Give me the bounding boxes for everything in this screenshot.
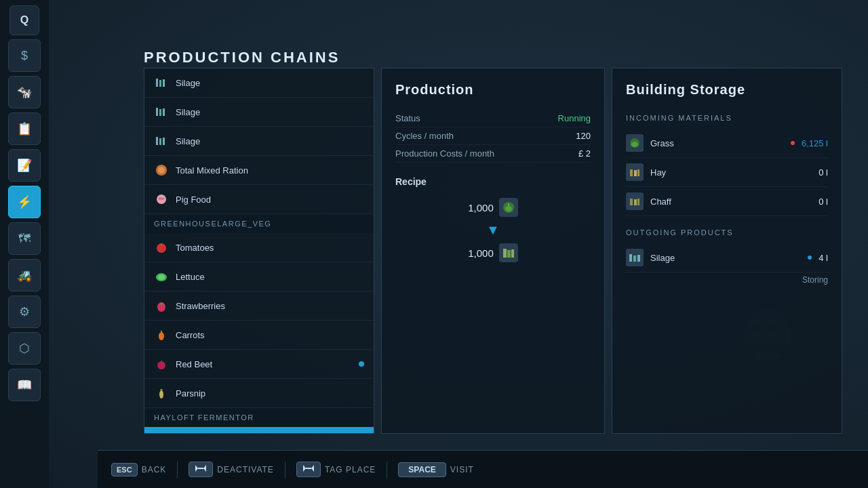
parsnip-icon bbox=[154, 386, 169, 401]
red-beet-icon bbox=[154, 357, 169, 371]
incoming-materials-label: INCOMING MATERIALS bbox=[626, 108, 828, 129]
svg-rect-33 bbox=[507, 250, 511, 258]
esc-key-cap: ESC bbox=[111, 463, 138, 476]
silage-icon-2 bbox=[154, 134, 169, 148]
sidebar-btn-q[interactable]: Q bbox=[9, 5, 39, 35]
sidebar-btn-notes[interactable]: 📝 bbox=[8, 149, 41, 182]
lettuce-icon bbox=[154, 269, 169, 284]
list-item-silage-0[interactable]: Silage bbox=[144, 68, 374, 98]
svg-marker-57 bbox=[311, 465, 314, 472]
list-item-label-pig-food: Pig Food bbox=[176, 195, 364, 205]
chaff-storage-icon bbox=[626, 192, 644, 210]
cycles-value: 120 bbox=[576, 131, 591, 141]
section-header-greenhouse: GREENHOUSELARGE_VEG bbox=[144, 214, 374, 233]
costs-value: £ 2 bbox=[578, 148, 591, 159]
arrow-lr-key-2 bbox=[296, 462, 321, 477]
main-area: PRODUCTION CHAINS Silage Silage Silage bbox=[49, 0, 868, 488]
svg-rect-6 bbox=[156, 137, 158, 145]
back-label: BACK bbox=[142, 465, 167, 474]
svg-rect-39 bbox=[637, 169, 639, 176]
production-panel: Production Status Running Cycles / month… bbox=[381, 68, 605, 434]
list-item-label-carrots: Carrots bbox=[176, 330, 364, 340]
svg-rect-55 bbox=[198, 468, 203, 469]
svg-rect-40 bbox=[630, 199, 633, 205]
sidebar-btn-animals[interactable]: 🐄 bbox=[8, 76, 41, 108]
svg-rect-58 bbox=[306, 468, 311, 469]
sidebar-btn-tasks[interactable]: 📋 bbox=[8, 113, 41, 145]
svg-rect-43 bbox=[629, 254, 632, 262]
svg-point-31 bbox=[505, 206, 512, 211]
svg-rect-42 bbox=[637, 199, 639, 205]
tag-place-label: TAG PLACE bbox=[325, 465, 376, 474]
carrots-icon bbox=[154, 327, 169, 342]
deactivate-btn[interactable]: DEACTIVATE bbox=[189, 462, 274, 477]
list-item-lettuce[interactable]: Lettuce bbox=[144, 262, 374, 291]
recipe-area: 1,000 ▼ 1,000 bbox=[395, 198, 591, 262]
status-row: Status Running bbox=[395, 110, 591, 127]
sidebar-btn-help[interactable]: 📖 bbox=[8, 369, 41, 401]
sidebar-btn-vehicles[interactable]: 🚜 bbox=[8, 259, 41, 291]
svg-rect-38 bbox=[634, 170, 637, 176]
cycles-label: Cycles / month bbox=[395, 131, 454, 141]
hay-storage-icon bbox=[626, 163, 644, 181]
sidebar-btn-production[interactable]: ⚡ bbox=[8, 186, 41, 218]
svg-rect-34 bbox=[511, 249, 514, 258]
storing-label: Storing bbox=[626, 275, 828, 285]
list-item-silage-2[interactable]: Silage bbox=[144, 127, 374, 156]
svg-point-19 bbox=[157, 361, 165, 369]
svg-rect-44 bbox=[633, 256, 636, 262]
section-header-hayloft: HAYLOFT FERMENTOR bbox=[144, 408, 374, 427]
list-item-parsnip[interactable]: Parsnip bbox=[144, 379, 374, 408]
deactivate-label: DEACTIVATE bbox=[217, 465, 274, 474]
list-item-tomatoes[interactable]: Tomatoes bbox=[144, 233, 374, 262]
sidebar-btn-map[interactable]: 🗺 bbox=[8, 222, 41, 255]
sidebar-btn-network[interactable]: ⬡ bbox=[8, 332, 41, 365]
list-item-carrots[interactable]: Carrots bbox=[144, 321, 374, 350]
visit-label: VISIT bbox=[450, 465, 474, 474]
svg-rect-1 bbox=[159, 80, 161, 87]
recipe-output-row: 1,000 bbox=[468, 243, 518, 262]
storage-row-grass: Grass 6,125 l bbox=[626, 129, 828, 158]
separator-2 bbox=[285, 462, 285, 478]
strawberries-icon bbox=[154, 298, 169, 313]
svg-point-16 bbox=[158, 274, 165, 280]
sidebar-btn-settings[interactable]: ⚙ bbox=[8, 296, 41, 328]
page-title: PRODUCTION CHAINS bbox=[144, 49, 340, 66]
svg-point-51 bbox=[755, 324, 763, 332]
esc-back-btn[interactable]: ESC BACK bbox=[111, 463, 166, 476]
ghost-decoration bbox=[733, 298, 801, 365]
visit-btn[interactable]: SPACE VISIT bbox=[398, 462, 473, 477]
silage-icon-1 bbox=[154, 104, 169, 119]
tag-place-btn[interactable]: TAG PLACE bbox=[296, 462, 376, 477]
list-item-total-mixed-ration[interactable]: Total Mixed Ration bbox=[144, 156, 374, 185]
list-item-pig-food[interactable]: Pig Food bbox=[144, 185, 374, 214]
list-item-silage-1[interactable]: Silage bbox=[144, 98, 374, 127]
space-key-cap: SPACE bbox=[398, 462, 446, 477]
sidebar-btn-economy[interactable]: $ bbox=[8, 39, 41, 72]
recipe-arrow-down: ▼ bbox=[486, 222, 500, 238]
sidebar: Q $ 🐄 📋 📝 ⚡ 🗺 🚜 ⚙ ⬡ 📖 bbox=[0, 0, 49, 488]
svg-rect-7 bbox=[159, 138, 161, 145]
grass-status-dot bbox=[791, 141, 795, 145]
svg-point-10 bbox=[158, 167, 165, 174]
svg-point-13 bbox=[161, 197, 164, 200]
svg-rect-2 bbox=[163, 79, 165, 87]
red-beet-dot bbox=[359, 361, 364, 367]
separator-1 bbox=[177, 462, 178, 478]
svg-point-20 bbox=[159, 390, 163, 399]
svg-rect-4 bbox=[159, 109, 161, 116]
grass-amount: 6,125 l bbox=[802, 138, 828, 148]
tomatoes-icon bbox=[154, 240, 169, 255]
storage-row-silage: Silage 4 l bbox=[626, 243, 828, 272]
list-item-label-total-mixed-ration: Total Mixed Ration bbox=[176, 165, 364, 176]
list-item-grass-silage[interactable]: Grass Silage bbox=[144, 427, 374, 434]
list-item-strawberries[interactable]: Strawberries bbox=[144, 291, 374, 321]
bottom-bar: ESC BACK DEACTIVATE TAG PLACE SPACE VISI… bbox=[98, 450, 868, 488]
svg-point-12 bbox=[159, 197, 161, 200]
separator-3 bbox=[387, 462, 387, 478]
svg-rect-32 bbox=[503, 249, 507, 258]
list-item-label-silage-2: Silage bbox=[176, 136, 364, 146]
list-item-red-beet[interactable]: Red Beet bbox=[144, 350, 374, 379]
list-item-label-parsnip: Parsnip bbox=[176, 388, 364, 399]
list-panel[interactable]: Silage Silage Silage Total Mixed Ration bbox=[144, 68, 374, 434]
